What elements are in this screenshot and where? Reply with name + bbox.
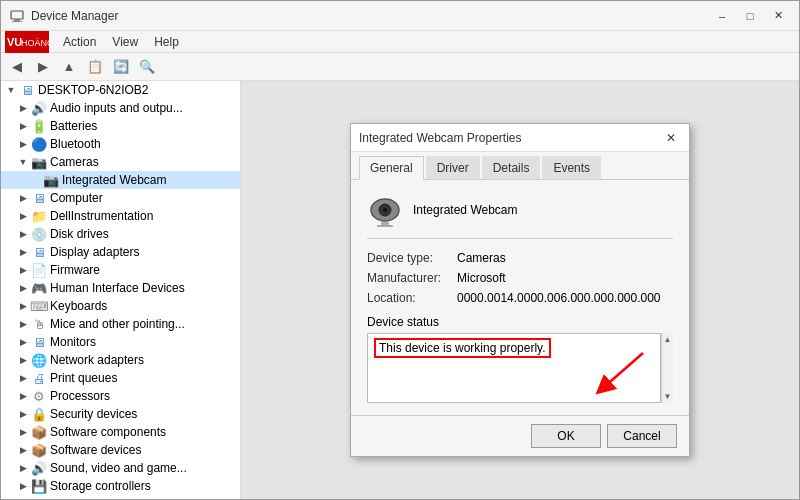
title-bar: Device Manager – □ ✕ <box>1 1 799 31</box>
tab-details[interactable]: Details <box>482 156 541 179</box>
tab-driver[interactable]: Driver <box>426 156 480 179</box>
monitors-expand-icon[interactable]: ▶ <box>17 336 29 348</box>
sw-dev-expand-icon[interactable]: ▶ <box>17 444 29 456</box>
display-expand-icon[interactable]: ▶ <box>17 246 29 258</box>
tree-item-disk[interactable]: ▶ 💿 Disk drives <box>1 225 240 243</box>
maximize-button[interactable]: □ <box>737 6 763 26</box>
right-panel: Integrated Webcam Properties ✕ General D… <box>241 81 799 499</box>
storage-label: Storage controllers <box>50 479 151 493</box>
firmware-expand-icon[interactable]: ▶ <box>17 264 29 276</box>
tree-item-sw-devices[interactable]: ▶ 📦 Software devices <box>1 441 240 459</box>
tree-item-system[interactable]: ▶ ⚙ System devices <box>1 495 240 499</box>
audio-expand-icon[interactable]: ▶ <box>17 102 29 114</box>
tree-root[interactable]: ▼ 🖥 DESKTOP-6N2IOB2 <box>1 81 240 99</box>
disk-label: Disk drives <box>50 227 109 241</box>
tree-item-hid[interactable]: ▶ 🎮 Human Interface Devices <box>1 279 240 297</box>
storage-icon: 💾 <box>31 478 47 494</box>
print-icon: 🖨 <box>31 370 47 386</box>
svg-rect-10 <box>377 225 393 227</box>
tree-item-sound[interactable]: ▶ 🔊 Sound, video and game... <box>1 459 240 477</box>
device-name: Integrated Webcam <box>413 203 518 217</box>
tree-item-security[interactable]: ▶ 🔒 Security devices <box>1 405 240 423</box>
disk-expand-icon[interactable]: ▶ <box>17 228 29 240</box>
tab-events[interactable]: Events <box>542 156 601 179</box>
print-label: Print queues <box>50 371 117 385</box>
sw-comp-expand-icon[interactable]: ▶ <box>17 426 29 438</box>
tree-item-storage[interactable]: ▶ 💾 Storage controllers <box>1 477 240 495</box>
tree-item-dell[interactable]: ▶ 📁 DellInstrumentation <box>1 207 240 225</box>
tree-item-webcam[interactable]: 📷 Integrated Webcam <box>1 171 240 189</box>
tree-item-mice[interactable]: ▶ 🖱 Mice and other pointing... <box>1 315 240 333</box>
dell-icon: 📁 <box>31 208 47 224</box>
proc-expand-icon[interactable]: ▶ <box>17 390 29 402</box>
network-label: Network adapters <box>50 353 144 367</box>
tree-item-firmware[interactable]: ▶ 📄 Firmware <box>1 261 240 279</box>
computer-expand-icon[interactable]: ▶ <box>17 192 29 204</box>
system-expand-icon[interactable]: ▶ <box>17 498 29 499</box>
scroll-down-arrow[interactable]: ▼ <box>664 392 672 401</box>
security-expand-icon[interactable]: ▶ <box>17 408 29 420</box>
tree-item-network[interactable]: ▶ 🌐 Network adapters <box>1 351 240 369</box>
network-expand-icon[interactable]: ▶ <box>17 354 29 366</box>
dialog-footer: OK Cancel <box>351 415 689 456</box>
toolbar-update-button[interactable]: 🔄 <box>109 56 133 78</box>
firmware-icon: 📄 <box>31 262 47 278</box>
tab-general[interactable]: General <box>359 156 424 180</box>
manufacturer-row: Manufacturer: Microsoft <box>367 271 673 285</box>
sw-devices-icon: 📦 <box>31 442 47 458</box>
scroll-up-arrow[interactable]: ▲ <box>664 335 672 344</box>
mice-expand-icon[interactable]: ▶ <box>17 318 29 330</box>
print-expand-icon[interactable]: ▶ <box>17 372 29 384</box>
svg-rect-2 <box>12 21 22 22</box>
toolbar-forward-button[interactable]: ▶ <box>31 56 55 78</box>
root-expand-icon[interactable]: ▼ <box>5 84 17 96</box>
tree-item-audio[interactable]: ▶ 🔊 Audio inputs and outpu... <box>1 99 240 117</box>
content-area: ▼ 🖥 DESKTOP-6N2IOB2 ▶ 🔊 Audio inputs and… <box>1 81 799 499</box>
menu-help[interactable]: Help <box>146 33 187 51</box>
sw-components-label: Software components <box>50 425 166 439</box>
location-label: Location: <box>367 291 457 305</box>
tree-item-print[interactable]: ▶ 🖨 Print queues <box>1 369 240 387</box>
tree-item-computer[interactable]: ▶ 🖥 Computer <box>1 189 240 207</box>
computer-icon: 🖥 <box>19 82 35 98</box>
bluetooth-expand-icon[interactable]: ▶ <box>17 138 29 150</box>
tree-item-sw-components[interactable]: ▶ 📦 Software components <box>1 423 240 441</box>
tree-item-bluetooth[interactable]: ▶ 🔵 Bluetooth <box>1 135 240 153</box>
tree-item-processors[interactable]: ▶ ⚙ Processors <box>1 387 240 405</box>
device-tree[interactable]: ▼ 🖥 DESKTOP-6N2IOB2 ▶ 🔊 Audio inputs and… <box>1 81 241 499</box>
monitors-label: Monitors <box>50 335 96 349</box>
bluetooth-label: Bluetooth <box>50 137 101 151</box>
close-button[interactable]: ✕ <box>765 6 791 26</box>
minimize-button[interactable]: – <box>709 6 735 26</box>
cameras-expand-icon[interactable]: ▼ <box>17 156 29 168</box>
batteries-expand-icon[interactable]: ▶ <box>17 120 29 132</box>
audio-label: Audio inputs and outpu... <box>50 101 183 115</box>
toolbar-up-button[interactable]: ▲ <box>57 56 81 78</box>
hid-expand-icon[interactable]: ▶ <box>17 282 29 294</box>
properties-dialog: Integrated Webcam Properties ✕ General D… <box>350 123 690 457</box>
menu-action[interactable]: Action <box>55 33 104 51</box>
toolbar-back-button[interactable]: ◀ <box>5 56 29 78</box>
scrollbar[interactable]: ▲ ▼ <box>661 333 673 403</box>
keyboards-expand-icon[interactable]: ▶ <box>17 300 29 312</box>
menu-view[interactable]: View <box>104 33 146 51</box>
ok-button[interactable]: OK <box>531 424 601 448</box>
tree-item-keyboards[interactable]: ▶ ⌨ Keyboards <box>1 297 240 315</box>
mice-icon: 🖱 <box>31 316 47 332</box>
toolbar-scan-button[interactable]: 🔍 <box>135 56 159 78</box>
hid-label: Human Interface Devices <box>50 281 185 295</box>
toolbar-properties-button[interactable]: 📋 <box>83 56 107 78</box>
disk-icon: 💿 <box>31 226 47 242</box>
tree-item-monitors[interactable]: ▶ 🖥 Monitors <box>1 333 240 351</box>
sound-expand-icon[interactable]: ▶ <box>17 462 29 474</box>
cancel-button[interactable]: Cancel <box>607 424 677 448</box>
tree-item-cameras[interactable]: ▼ 📷 Cameras <box>1 153 240 171</box>
dell-expand-icon[interactable]: ▶ <box>17 210 29 222</box>
tree-item-display[interactable]: ▶ 🖥 Display adapters <box>1 243 240 261</box>
manufacturer-label: Manufacturer: <box>367 271 457 285</box>
tree-item-batteries[interactable]: ▶ 🔋 Batteries <box>1 117 240 135</box>
storage-expand-icon[interactable]: ▶ <box>17 480 29 492</box>
dialog-close-button[interactable]: ✕ <box>661 129 681 147</box>
window-controls: – □ ✕ <box>709 6 791 26</box>
brand-logo: VU HOÀNG <box>5 31 49 53</box>
